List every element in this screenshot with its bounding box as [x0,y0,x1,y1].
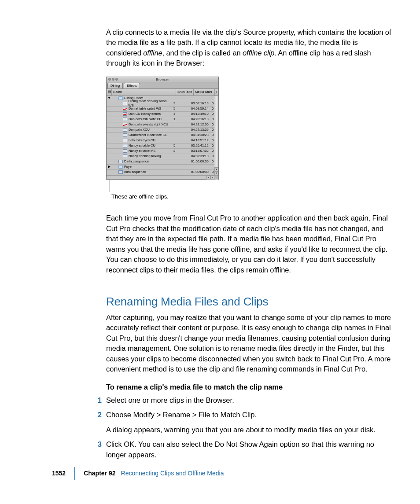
media-start-cell: 04:09:59:14 [190,107,211,111]
page: A clip connects to a media file via the … [0,0,420,504]
clip-icon [123,118,127,121]
tab-bar: Dining Effects [107,82,218,89]
step-text: Click OK. You can also select the Do Not… [106,439,394,460]
row-name: Foyer [124,165,133,169]
header-last[interactable]: I [215,89,218,96]
last-cell: 0 [211,117,214,122]
name-cell: Nancy at table MS [112,149,172,154]
table-row[interactable]: Intro sequence01:00:00:000 [107,170,214,175]
scroll-down-icon[interactable]: ▾ [214,171,218,175]
media-start-cell: 04:18:51:12 [190,138,211,143]
last-cell: 0 [211,159,214,164]
vertical-scrollbar[interactable]: ▴ ▾ [214,96,218,175]
table-row[interactable]: Dining room serving salad WS303:08:16:13… [107,101,214,107]
last-cell: 0 [211,143,214,148]
row-name: Nancy at table MS [129,149,155,154]
sequence-icon [118,160,123,163]
horizontal-scrollbar[interactable]: ◂ ▸ [107,175,218,179]
disclosure-triangle-icon[interactable]: ▶ [107,165,112,169]
media-start-cell: 03:20:41:12 [190,143,211,148]
steps-list: 1Select one or more clips in the Browser… [96,395,394,460]
bin-icon [118,96,123,100]
offline-clip-icon [123,107,127,110]
table-row[interactable]: Don at table salad WS504:09:59:140 [107,107,214,112]
tab-effects[interactable]: Effects [124,83,140,89]
scroll-right-icon[interactable]: ▸ [210,176,214,180]
table-row[interactable]: Nancy at table CU503:20:41:120 [107,143,214,149]
table-row[interactable]: Nancy at table MS203:13:07:020 [107,149,214,154]
table-row[interactable]: Don pain XCU04:27:13:050 [107,128,214,133]
table-row[interactable]: Dining sequence01:00:00:000 [107,159,214,165]
row-name: Don eats fish plate CU [129,117,162,122]
step-number: 3 [96,439,106,460]
shot-cell: 5 [172,107,190,111]
row-name: Lola rolls eyes CU [129,138,155,143]
row-name: Don CU Nancy enters [129,112,161,117]
row-name: Nancy drinking talking [129,154,161,159]
intro-paragraph: A clip connects to a media file via the … [106,27,394,69]
body-paragraph: After capturing, you may realize that yo… [106,313,394,375]
resize-grip-icon[interactable] [214,176,218,180]
step-text: Select one or more clips in the Browser. [106,395,394,405]
clip-icon [123,144,127,147]
row-name: Don pain XCU [129,128,150,132]
header-icon[interactable]: ▤ [107,89,112,96]
name-cell: Lola rolls eyes CU [112,138,172,143]
page-number: 1552 [52,469,66,478]
header-media[interactable]: Media Start [194,89,215,96]
row-name: Nancy at table CU [129,143,155,148]
shot-cell: 4 [172,112,190,117]
content-column: A clip connects to a media file via the … [78,27,394,460]
disclosure-triangle-icon[interactable]: ▼ [107,96,112,101]
name-cell: Nancy at table CU [112,143,172,148]
page-footer: 1552 Chapter 92 Reconnecting Clips and O… [0,467,420,480]
name-cell: Dining sequence [112,159,172,164]
section-heading: Renaming Media Files and Clips [106,294,394,310]
name-cell: Don at table salad WS [112,107,172,111]
header-name[interactable]: Name [112,89,176,96]
step-number: 1 [96,395,106,405]
media-start-cell: 03:13:07:02 [190,149,211,154]
step-subtext: A dialog appears, warning you that you a… [106,425,394,435]
name-cell: Don pain sweats right XCU [112,122,172,127]
last-cell: 0 [211,107,214,111]
bin-icon [118,165,123,169]
step: 3Click OK. You can also select the Do No… [96,439,394,460]
header-shot[interactable]: Shot/Take [176,89,194,96]
clip-icon [123,102,127,105]
table-row[interactable]: Lola rolls eyes CU04:18:51:120 [107,138,214,143]
table-row[interactable]: Nancy drinking talking04:02:39:130 [107,154,214,159]
rows-container: ▴ ▾ ▼Dining RoomDining room serving sala… [107,96,218,175]
media-start-cell: 01:00:00:00 [190,170,211,175]
window-title: Browser [107,77,218,82]
last-cell: 0 [211,122,214,127]
media-start-cell: 04:31:30:23 [190,133,211,138]
tab-dining[interactable]: Dining [107,83,123,89]
last-cell: 0 [211,170,214,175]
window-titlebar: Browser [107,77,218,82]
name-cell: Intro sequence [112,170,172,175]
table-row[interactable]: Grandfather clock face CU04:31:30:230 [107,133,214,138]
chapter-title: Reconnecting Clips and Offline Media [121,469,224,478]
table-row[interactable]: ▶Foyer [107,165,214,170]
shot-cell: 5 [172,143,190,148]
offline-clip-icon [123,112,127,116]
media-start-cell: 04:27:13:05 [190,128,211,132]
table-row[interactable]: Don CU Nancy enters404:12:49:100 [107,112,214,117]
row-name: Don at table salad WS [129,107,162,111]
name-cell: Nancy drinking talking [112,154,172,159]
row-name: Dining sequence [124,159,149,164]
scroll-up-icon[interactable]: ▴ [214,167,218,171]
scroll-left-icon[interactable]: ◂ [206,176,210,180]
clip-icon [123,149,127,153]
clip-icon [123,133,127,137]
figure-caption: These are offline clips. [111,193,394,201]
step-number: 2 [96,410,106,435]
chapter-label: Chapter 92 [84,469,115,478]
clip-icon [123,155,127,158]
table-row[interactable]: Don pain sweats right XCU04:28:12:000 [107,122,214,128]
table-row[interactable]: Don eats fish plate CU104:20:16:130 [107,117,214,122]
text: , and the clip is called an [162,49,243,57]
media-start-cell: 04:12:49:10 [190,112,211,117]
footer-divider [74,467,75,480]
